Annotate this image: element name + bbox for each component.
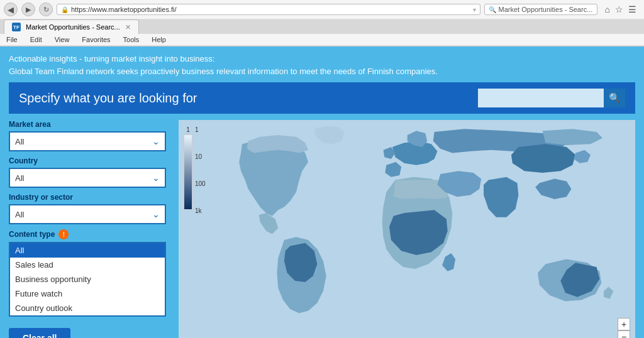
tagline-line2: Global Team Finland network seeks proact…	[9, 65, 635, 78]
content-type-group: Content type ! AllSales leadBusiness opp…	[9, 229, 179, 317]
url-dropdown-icon[interactable]: ▾	[473, 6, 476, 13]
content-type-option-1[interactable]: Sales lead	[10, 258, 165, 272]
browser-chrome: ◀ ▶ ↻ 🔒 https://www.marketopportunities.…	[0, 0, 644, 46]
browser-right-icons: ⌂ ☆ ☰	[601, 4, 640, 14]
favorites-icon[interactable]: ☆	[615, 4, 623, 14]
industry-value: All	[15, 210, 24, 219]
search-input-wrapper: 🔍	[478, 89, 625, 107]
content-type-option-4[interactable]: Country outlook	[10, 301, 165, 315]
industry-label: Industry or sector	[9, 193, 179, 202]
industry-select[interactable]: All ⌄	[9, 204, 166, 224]
browser-search-text: Market Opportunities - Searc...	[499, 6, 593, 13]
zoom-in-button[interactable]: +	[618, 318, 630, 330]
browser-search-bar[interactable]: 🔍 Market Opportunities - Searc...	[484, 4, 597, 15]
tagline: Actionable insights - turning market ins…	[9, 53, 635, 77]
tagline-line1: Actionable insights - turning market ins…	[9, 53, 635, 65]
country-group: Country All ⌄	[9, 156, 179, 188]
page-header: Actionable insights - turning market ins…	[0, 46, 644, 82]
content-area: Market area All ⌄ Country All ⌄ Industry…	[9, 120, 635, 338]
url-lock-icon: 🔒	[61, 6, 69, 13]
market-area-select[interactable]: All ⌄	[9, 131, 166, 151]
menu-edit[interactable]: Edit	[29, 35, 43, 44]
country-select[interactable]: All ⌄	[9, 168, 166, 188]
info-icon[interactable]: !	[58, 229, 69, 239]
industry-chevron-icon: ⌄	[152, 209, 160, 219]
search-button[interactable]: 🔍	[604, 89, 625, 107]
main-area: Specify what you are looking for 🔍 Marke…	[0, 82, 644, 338]
content-type-option-0[interactable]: All	[10, 243, 165, 258]
tab-close-button[interactable]: ✕	[125, 23, 131, 31]
tab-favicon: TF	[12, 23, 21, 31]
search-title: Specify what you are looking for	[19, 91, 197, 106]
market-area-label: Market area	[9, 120, 179, 129]
refresh-button[interactable]: ↻	[39, 3, 53, 16]
map-legend: 1	[184, 126, 192, 210]
menu-file[interactable]: File	[5, 35, 19, 44]
market-area-chevron-icon: ⌄	[152, 136, 160, 146]
url-text: https://www.marketopportunities.fi/	[71, 6, 470, 13]
zoom-out-button[interactable]: −	[618, 330, 630, 338]
industry-group: Industry or sector All ⌄	[9, 193, 179, 224]
menu-tools[interactable]: Tools	[122, 35, 141, 44]
clear-all-button[interactable]: Clear all	[9, 328, 70, 338]
legend-top-label: 1	[186, 126, 190, 133]
legend-gradient	[184, 134, 192, 210]
search-icon: 🔍	[609, 92, 621, 104]
country-value: All	[15, 173, 24, 183]
content-type-option-3[interactable]: Future watch	[10, 286, 165, 301]
browser-toolbar: ◀ ▶ ↻ 🔒 https://www.marketopportunities.…	[0, 0, 644, 19]
forward-button[interactable]: ▶	[21, 3, 35, 16]
country-label: Country	[9, 156, 179, 165]
content-type-dropdown: AllSales leadBusiness opportunityFuture …	[9, 242, 166, 317]
search-input[interactable]	[478, 89, 604, 107]
tab-bar: TF Market Opportunities - Searc... ✕	[0, 19, 644, 34]
map-container: 1 1 10 100 1k	[179, 120, 635, 338]
content-type-label-row: Content type !	[9, 229, 179, 239]
menu-favorites[interactable]: Favorites	[80, 35, 111, 44]
content-type-option-2[interactable]: Business opportunity	[10, 272, 165, 286]
search-header: Specify what you are looking for 🔍	[9, 82, 635, 114]
map-zoom-controls: + −	[618, 318, 630, 338]
filters-panel: Market area All ⌄ Country All ⌄ Industry…	[9, 120, 179, 338]
menu-help[interactable]: Help	[150, 35, 167, 44]
country-chevron-icon: ⌄	[152, 173, 160, 183]
content-type-label-text: Content type	[9, 230, 55, 239]
tab-label: Market Opportunities - Searc...	[26, 23, 120, 31]
settings-icon[interactable]: ☰	[628, 4, 636, 14]
market-area-value: All	[15, 137, 24, 146]
back-button[interactable]: ◀	[4, 3, 18, 16]
search-lens-icon: 🔍	[489, 6, 496, 13]
menu-bar: File Edit View Favorites Tools Help	[0, 34, 644, 46]
menu-view[interactable]: View	[53, 35, 71, 44]
url-bar[interactable]: 🔒 https://www.marketopportunities.fi/ ▾	[57, 4, 480, 15]
world-map	[197, 120, 635, 338]
active-tab[interactable]: TF Market Opportunities - Searc... ✕	[4, 19, 139, 34]
market-area-group: Market area All ⌄	[9, 120, 179, 151]
home-icon[interactable]: ⌂	[605, 4, 610, 14]
